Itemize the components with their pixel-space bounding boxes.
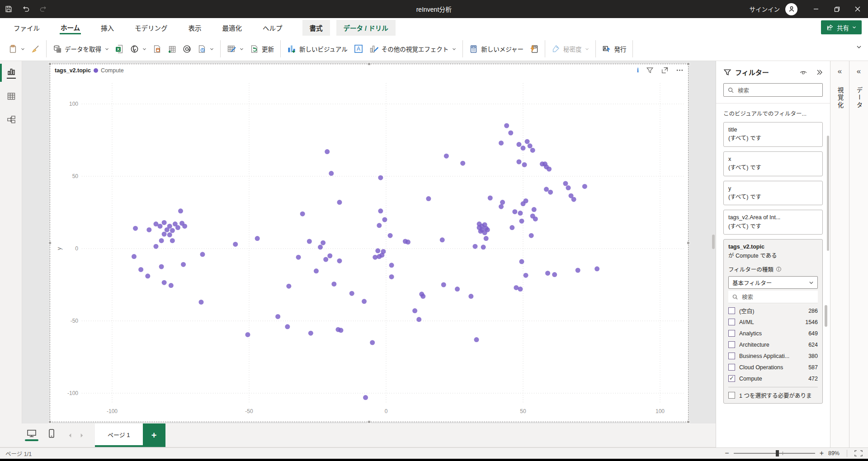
resize-handle[interactable] xyxy=(48,420,52,423)
report-canvas[interactable]: -100-50050100-100-50050100y tags_v2.topi… xyxy=(22,61,716,423)
checkbox[interactable] xyxy=(728,353,735,359)
checkbox[interactable] xyxy=(728,375,735,382)
zoom-percent[interactable]: 89% xyxy=(828,450,840,456)
prev-page-icon[interactable] xyxy=(68,433,73,438)
ribbon-tab[interactable]: ホーム xyxy=(60,21,81,34)
new-visual-button[interactable]: 新しいビジュアル xyxy=(284,41,351,56)
resize-handle[interactable] xyxy=(368,62,371,66)
resize-handle[interactable] xyxy=(48,241,52,245)
more-options-icon[interactable] xyxy=(676,66,684,74)
expanded-filter-card[interactable]: tags_v2.topic が Compute である フィルターの種類 基本フ… xyxy=(723,239,823,404)
filter-value-row[interactable]: Business Applicati... 380 xyxy=(728,350,818,362)
resize-handle[interactable] xyxy=(368,420,371,423)
require-selection-row[interactable]: 1 つを選択する必要がありま xyxy=(728,387,818,400)
expand-pane-chevrons-icon[interactable]: « xyxy=(857,67,861,75)
zoom-slider[interactable] xyxy=(734,453,815,454)
excel-workbook-button[interactable]: X xyxy=(112,42,127,56)
filter-value-row[interactable]: AI/ML 1546 xyxy=(728,316,818,328)
resize-handle[interactable] xyxy=(687,62,690,66)
resize-handle[interactable] xyxy=(48,62,52,66)
expand-pane-chevrons-icon[interactable]: « xyxy=(838,67,842,75)
paste-button[interactable] xyxy=(5,42,28,56)
eye-icon[interactable] xyxy=(799,68,807,76)
more-visuals-button[interactable]: その他の視覚エフェクト xyxy=(366,41,460,56)
sql-server-button[interactable] xyxy=(150,42,165,56)
tab-data-drill[interactable]: データ / ドリル xyxy=(336,20,396,36)
collapse-pane-icon[interactable] xyxy=(816,69,823,76)
scatter-plot[interactable]: -100-50050100-100-50050100y xyxy=(50,64,689,423)
share-button[interactable]: 共有 xyxy=(821,20,862,34)
checkbox[interactable] xyxy=(728,392,735,399)
checkbox[interactable] xyxy=(728,319,735,325)
sign-in-button[interactable]: サインイン xyxy=(750,5,780,14)
filter-card[interactable]: tags_v2.Area of Int... (すべて) です xyxy=(723,210,823,235)
refresh-button[interactable]: 更新 xyxy=(247,41,277,56)
filter-type-dropdown[interactable]: 基本フィルター xyxy=(728,276,818,289)
close-button[interactable] xyxy=(847,0,868,18)
get-data-button[interactable]: データを取得 xyxy=(50,41,112,56)
filter-value-row[interactable]: (空白) 286 xyxy=(728,305,818,316)
checkbox[interactable] xyxy=(728,330,735,337)
filter-value-row[interactable]: Compute 472 xyxy=(728,373,818,384)
redo-button[interactable] xyxy=(34,0,52,18)
resize-handle[interactable] xyxy=(687,241,690,245)
filter-values-search-box[interactable]: 検索 xyxy=(728,291,818,303)
zoom-in-button[interactable]: + xyxy=(820,449,824,457)
desktop-layout-button[interactable] xyxy=(22,423,42,447)
focus-mode-icon[interactable] xyxy=(661,66,669,74)
recent-sources-button[interactable] xyxy=(194,42,217,56)
ribbon-tab[interactable]: 最適化 xyxy=(222,21,243,34)
checkbox[interactable] xyxy=(728,364,735,371)
save-button[interactable] xyxy=(0,0,17,18)
report-view-button[interactable] xyxy=(0,61,22,85)
resize-handle[interactable] xyxy=(687,420,690,423)
collapse-ribbon-chevron-icon[interactable] xyxy=(856,44,862,50)
list-scrollbar-thumb[interactable] xyxy=(825,305,827,327)
table-view-button[interactable] xyxy=(0,85,22,108)
publish-button[interactable]: 発行 xyxy=(599,41,629,56)
filter-funnel-icon[interactable] xyxy=(646,66,654,74)
ribbon-tab[interactable]: モデリング xyxy=(134,21,169,34)
scatter-visual[interactable]: -100-50050100-100-50050100y tags_v2.topi… xyxy=(50,64,689,422)
dataverse-button[interactable] xyxy=(179,42,194,56)
tab-format[interactable]: 書式 xyxy=(302,20,330,36)
undo-button[interactable] xyxy=(17,0,34,18)
next-page-icon[interactable] xyxy=(79,433,84,438)
minimize-button[interactable] xyxy=(806,0,826,18)
page-tab[interactable]: ページ 1 xyxy=(95,423,143,447)
model-view-button[interactable] xyxy=(0,108,22,132)
ribbon-tab[interactable]: 表示 xyxy=(188,21,203,34)
info-circle-icon[interactable] xyxy=(776,266,782,272)
format-painter-button[interactable] xyxy=(28,42,43,56)
filter-card[interactable]: x (すべて) です xyxy=(723,151,823,176)
ribbon-tab[interactable]: ファイル xyxy=(13,21,41,34)
mobile-layout-button[interactable] xyxy=(42,423,61,447)
filter-value-row[interactable]: Analytics 649 xyxy=(728,328,818,339)
info-icon[interactable]: i xyxy=(637,66,639,74)
account-avatar[interactable] xyxy=(785,3,797,15)
filter-value-row[interactable]: Cloud Operations 587 xyxy=(728,362,818,373)
ribbon-tab[interactable]: 挿入 xyxy=(100,21,115,34)
checkbox[interactable] xyxy=(728,341,735,348)
quick-measure-button[interactable] xyxy=(527,42,542,56)
semantic-models-button[interactable] xyxy=(127,42,150,56)
enter-data-button[interactable] xyxy=(165,42,179,56)
sensitivity-button[interactable]: 秘密度 xyxy=(548,41,593,56)
zoom-slider-thumb[interactable] xyxy=(776,450,779,456)
text-box-button[interactable]: A xyxy=(351,41,366,56)
new-measure-button[interactable]: 新しいメジャー xyxy=(466,41,527,56)
canvas-scrollbar-thumb[interactable] xyxy=(712,235,715,249)
filter-card[interactable]: y (すべて) です xyxy=(723,181,823,206)
ribbon-tab[interactable]: ヘルプ xyxy=(262,21,283,34)
add-page-button[interactable]: + xyxy=(143,423,165,447)
checkbox[interactable] xyxy=(728,307,735,314)
zoom-out-button[interactable]: − xyxy=(725,449,729,457)
fit-to-page-icon[interactable] xyxy=(854,450,863,456)
transform-data-button[interactable] xyxy=(224,41,247,56)
right-rail-tab[interactable]: « 視覚化 xyxy=(830,61,849,447)
right-rail-tab[interactable]: « データ xyxy=(849,61,868,447)
legend-value[interactable]: Compute xyxy=(101,67,124,74)
filter-card[interactable]: title (すべて) です xyxy=(723,122,823,147)
pane-scrollbar-thumb[interactable] xyxy=(827,136,829,251)
restore-button[interactable] xyxy=(826,0,847,18)
